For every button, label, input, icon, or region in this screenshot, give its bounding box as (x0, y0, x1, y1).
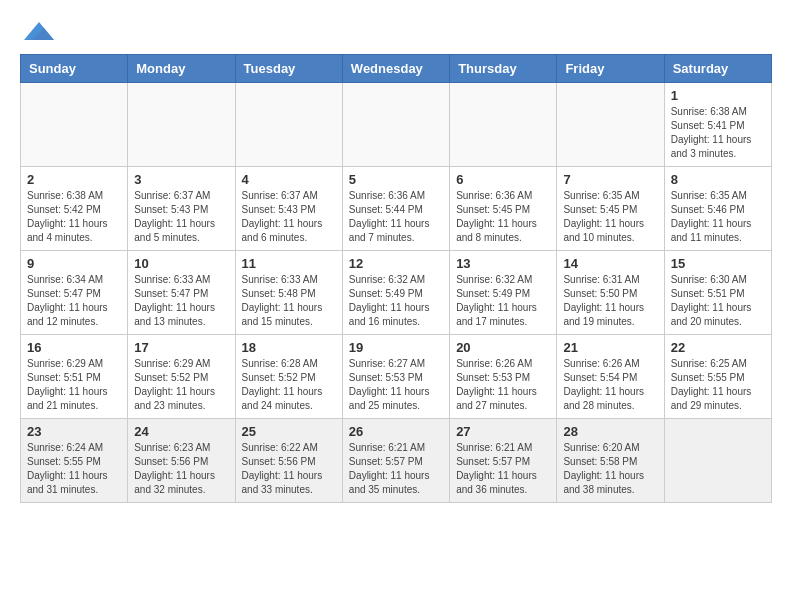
day-cell: 3Sunrise: 6:37 AM Sunset: 5:43 PM Daylig… (128, 167, 235, 251)
day-cell: 5Sunrise: 6:36 AM Sunset: 5:44 PM Daylig… (342, 167, 449, 251)
day-info: Sunrise: 6:38 AM Sunset: 5:41 PM Dayligh… (671, 105, 765, 161)
weekday-header-thursday: Thursday (450, 55, 557, 83)
day-number: 1 (671, 88, 765, 103)
day-number: 11 (242, 256, 336, 271)
day-cell (128, 83, 235, 167)
logo (20, 20, 54, 44)
day-number: 8 (671, 172, 765, 187)
day-number: 16 (27, 340, 121, 355)
day-cell: 4Sunrise: 6:37 AM Sunset: 5:43 PM Daylig… (235, 167, 342, 251)
day-info: Sunrise: 6:33 AM Sunset: 5:48 PM Dayligh… (242, 273, 336, 329)
day-info: Sunrise: 6:37 AM Sunset: 5:43 PM Dayligh… (134, 189, 228, 245)
day-number: 23 (27, 424, 121, 439)
day-info: Sunrise: 6:21 AM Sunset: 5:57 PM Dayligh… (456, 441, 550, 497)
day-number: 9 (27, 256, 121, 271)
day-info: Sunrise: 6:36 AM Sunset: 5:44 PM Dayligh… (349, 189, 443, 245)
weekday-header-wednesday: Wednesday (342, 55, 449, 83)
day-cell: 14Sunrise: 6:31 AM Sunset: 5:50 PM Dayli… (557, 251, 664, 335)
day-info: Sunrise: 6:36 AM Sunset: 5:45 PM Dayligh… (456, 189, 550, 245)
day-number: 25 (242, 424, 336, 439)
day-info: Sunrise: 6:21 AM Sunset: 5:57 PM Dayligh… (349, 441, 443, 497)
weekday-header-saturday: Saturday (664, 55, 771, 83)
day-number: 12 (349, 256, 443, 271)
day-number: 17 (134, 340, 228, 355)
day-number: 22 (671, 340, 765, 355)
day-number: 13 (456, 256, 550, 271)
day-cell: 25Sunrise: 6:22 AM Sunset: 5:56 PM Dayli… (235, 419, 342, 503)
day-cell: 2Sunrise: 6:38 AM Sunset: 5:42 PM Daylig… (21, 167, 128, 251)
day-info: Sunrise: 6:30 AM Sunset: 5:51 PM Dayligh… (671, 273, 765, 329)
header (20, 20, 772, 44)
day-cell: 16Sunrise: 6:29 AM Sunset: 5:51 PM Dayli… (21, 335, 128, 419)
day-number: 27 (456, 424, 550, 439)
day-info: Sunrise: 6:38 AM Sunset: 5:42 PM Dayligh… (27, 189, 121, 245)
day-info: Sunrise: 6:26 AM Sunset: 5:54 PM Dayligh… (563, 357, 657, 413)
day-cell: 15Sunrise: 6:30 AM Sunset: 5:51 PM Dayli… (664, 251, 771, 335)
day-cell: 1Sunrise: 6:38 AM Sunset: 5:41 PM Daylig… (664, 83, 771, 167)
week-row-5: 23Sunrise: 6:24 AM Sunset: 5:55 PM Dayli… (21, 419, 772, 503)
day-number: 26 (349, 424, 443, 439)
day-cell: 12Sunrise: 6:32 AM Sunset: 5:49 PM Dayli… (342, 251, 449, 335)
day-number: 20 (456, 340, 550, 355)
day-cell: 6Sunrise: 6:36 AM Sunset: 5:45 PM Daylig… (450, 167, 557, 251)
day-info: Sunrise: 6:29 AM Sunset: 5:51 PM Dayligh… (27, 357, 121, 413)
day-number: 3 (134, 172, 228, 187)
day-number: 2 (27, 172, 121, 187)
day-cell (450, 83, 557, 167)
day-number: 7 (563, 172, 657, 187)
day-info: Sunrise: 6:24 AM Sunset: 5:55 PM Dayligh… (27, 441, 121, 497)
week-row-2: 2Sunrise: 6:38 AM Sunset: 5:42 PM Daylig… (21, 167, 772, 251)
day-cell (235, 83, 342, 167)
day-number: 19 (349, 340, 443, 355)
day-number: 5 (349, 172, 443, 187)
day-number: 10 (134, 256, 228, 271)
weekday-header-tuesday: Tuesday (235, 55, 342, 83)
day-info: Sunrise: 6:33 AM Sunset: 5:47 PM Dayligh… (134, 273, 228, 329)
day-cell: 7Sunrise: 6:35 AM Sunset: 5:45 PM Daylig… (557, 167, 664, 251)
day-cell (557, 83, 664, 167)
day-info: Sunrise: 6:23 AM Sunset: 5:56 PM Dayligh… (134, 441, 228, 497)
day-number: 4 (242, 172, 336, 187)
day-info: Sunrise: 6:20 AM Sunset: 5:58 PM Dayligh… (563, 441, 657, 497)
day-cell: 24Sunrise: 6:23 AM Sunset: 5:56 PM Dayli… (128, 419, 235, 503)
day-info: Sunrise: 6:35 AM Sunset: 5:46 PM Dayligh… (671, 189, 765, 245)
day-cell: 19Sunrise: 6:27 AM Sunset: 5:53 PM Dayli… (342, 335, 449, 419)
week-row-1: 1Sunrise: 6:38 AM Sunset: 5:41 PM Daylig… (21, 83, 772, 167)
day-number: 15 (671, 256, 765, 271)
logo-icon (24, 20, 54, 44)
day-cell: 22Sunrise: 6:25 AM Sunset: 5:55 PM Dayli… (664, 335, 771, 419)
day-cell: 26Sunrise: 6:21 AM Sunset: 5:57 PM Dayli… (342, 419, 449, 503)
day-cell: 13Sunrise: 6:32 AM Sunset: 5:49 PM Dayli… (450, 251, 557, 335)
day-info: Sunrise: 6:22 AM Sunset: 5:56 PM Dayligh… (242, 441, 336, 497)
day-number: 21 (563, 340, 657, 355)
day-cell (342, 83, 449, 167)
day-info: Sunrise: 6:27 AM Sunset: 5:53 PM Dayligh… (349, 357, 443, 413)
day-info: Sunrise: 6:32 AM Sunset: 5:49 PM Dayligh… (456, 273, 550, 329)
weekday-header-monday: Monday (128, 55, 235, 83)
day-number: 28 (563, 424, 657, 439)
day-info: Sunrise: 6:34 AM Sunset: 5:47 PM Dayligh… (27, 273, 121, 329)
day-number: 6 (456, 172, 550, 187)
day-info: Sunrise: 6:35 AM Sunset: 5:45 PM Dayligh… (563, 189, 657, 245)
weekday-header-friday: Friday (557, 55, 664, 83)
day-info: Sunrise: 6:25 AM Sunset: 5:55 PM Dayligh… (671, 357, 765, 413)
day-number: 24 (134, 424, 228, 439)
day-cell: 28Sunrise: 6:20 AM Sunset: 5:58 PM Dayli… (557, 419, 664, 503)
day-info: Sunrise: 6:32 AM Sunset: 5:49 PM Dayligh… (349, 273, 443, 329)
day-cell: 9Sunrise: 6:34 AM Sunset: 5:47 PM Daylig… (21, 251, 128, 335)
day-cell: 11Sunrise: 6:33 AM Sunset: 5:48 PM Dayli… (235, 251, 342, 335)
day-info: Sunrise: 6:31 AM Sunset: 5:50 PM Dayligh… (563, 273, 657, 329)
week-row-3: 9Sunrise: 6:34 AM Sunset: 5:47 PM Daylig… (21, 251, 772, 335)
day-info: Sunrise: 6:28 AM Sunset: 5:52 PM Dayligh… (242, 357, 336, 413)
day-info: Sunrise: 6:37 AM Sunset: 5:43 PM Dayligh… (242, 189, 336, 245)
calendar: SundayMondayTuesdayWednesdayThursdayFrid… (20, 54, 772, 503)
day-info: Sunrise: 6:26 AM Sunset: 5:53 PM Dayligh… (456, 357, 550, 413)
day-cell: 17Sunrise: 6:29 AM Sunset: 5:52 PM Dayli… (128, 335, 235, 419)
week-row-4: 16Sunrise: 6:29 AM Sunset: 5:51 PM Dayli… (21, 335, 772, 419)
weekday-header-row: SundayMondayTuesdayWednesdayThursdayFrid… (21, 55, 772, 83)
day-cell: 21Sunrise: 6:26 AM Sunset: 5:54 PM Dayli… (557, 335, 664, 419)
day-cell: 10Sunrise: 6:33 AM Sunset: 5:47 PM Dayli… (128, 251, 235, 335)
day-cell (664, 419, 771, 503)
day-cell: 18Sunrise: 6:28 AM Sunset: 5:52 PM Dayli… (235, 335, 342, 419)
day-number: 18 (242, 340, 336, 355)
